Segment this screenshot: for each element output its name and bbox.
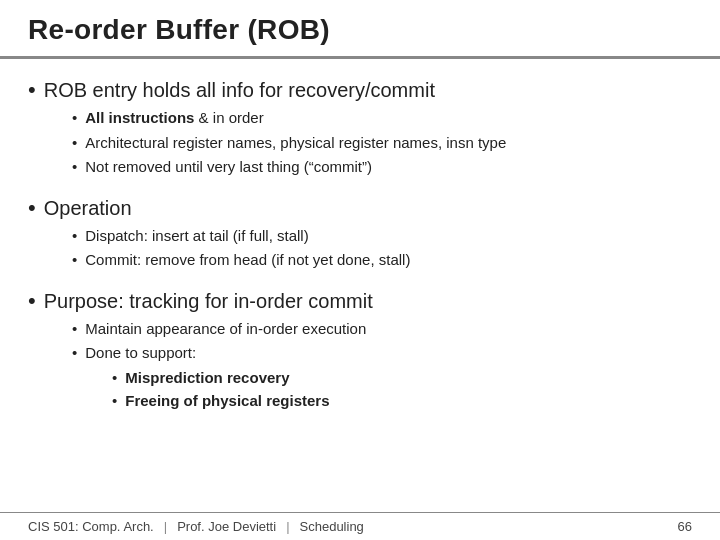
sub-bullet-maintain: • Maintain appearance of in-order execut… (72, 318, 692, 341)
sub-bullet-dot: • (72, 342, 77, 365)
main-bullet-operation: • Operation (28, 195, 692, 221)
sub-bullet-commit: • Commit: remove from head (if not yet d… (72, 249, 692, 272)
main-bullet-text: ROB entry holds all info for recovery/co… (44, 79, 435, 102)
footer-topic: Scheduling (300, 519, 364, 534)
sub-bullets-rob: • All instructions & in order • Architec… (72, 107, 692, 179)
sub-bullet-dispatch: • Dispatch: insert at tail (if full, sta… (72, 225, 692, 248)
sub-sub-bullet-freeing: • Freeing of physical registers (112, 390, 692, 413)
slide-footer: CIS 501: Comp. Arch. | Prof. Joe Deviett… (0, 512, 720, 540)
footer-instructor: Prof. Joe Devietti (177, 519, 276, 534)
sub-bullet-dot: • (72, 318, 77, 341)
slide-title: Re-order Buffer (ROB) (28, 14, 330, 45)
main-bullet-text: Purpose: tracking for in-order commit (44, 290, 373, 313)
sub-bullet-text: Dispatch: insert at tail (if full, stall… (85, 225, 308, 248)
main-bullet-dot: • (28, 195, 36, 221)
section-rob: • ROB entry holds all info for recovery/… (28, 71, 692, 179)
sub-bullet-3: • Not removed until very last thing (“co… (72, 156, 692, 179)
sub-bullet-dot: • (72, 107, 77, 130)
sub-bullet-dot: • (72, 156, 77, 179)
sub-bullet-text: Commit: remove from head (if not yet don… (85, 249, 410, 272)
section-operation: • Operation • Dispatch: insert at tail (… (28, 189, 692, 272)
sub-sub-bullet-text: Misprediction recovery (125, 367, 289, 390)
main-bullet-purpose: • Purpose: tracking for in-order commit (28, 288, 692, 314)
section-purpose: • Purpose: tracking for in-order commit … (28, 282, 692, 413)
footer-left: CIS 501: Comp. Arch. | Prof. Joe Deviett… (28, 519, 364, 534)
slide: Re-order Buffer (ROB) • ROB entry holds … (0, 0, 720, 540)
sub-sub-bullet-dot: • (112, 367, 117, 390)
sub-bullets-purpose: • Maintain appearance of in-order execut… (72, 318, 692, 413)
footer-page-number: 66 (678, 519, 692, 534)
sub-bullet-text: Architectural register names, physical r… (85, 132, 506, 155)
footer-sep-1: | (164, 519, 167, 534)
sub-bullet-dot: • (72, 249, 77, 272)
main-bullet-dot: • (28, 288, 36, 314)
slide-content: • ROB entry holds all info for recovery/… (0, 59, 720, 512)
sub-sub-bullet-misprediction: • Misprediction recovery (112, 367, 692, 390)
sub-bullet-2: • Architectural register names, physical… (72, 132, 692, 155)
sub-bullet-done-to: • Done to support: (72, 342, 692, 365)
sub-bullet-text: Not removed until very last thing (“comm… (85, 156, 372, 179)
main-bullet-text: Operation (44, 197, 132, 220)
title-bar: Re-order Buffer (ROB) (0, 0, 720, 59)
footer-course: CIS 501: Comp. Arch. (28, 519, 154, 534)
sub-bullet-text: Done to support: (85, 342, 196, 365)
sub-bullet-dot: • (72, 132, 77, 155)
main-bullet-rob: • ROB entry holds all info for recovery/… (28, 77, 692, 103)
sub-bullets-operation: • Dispatch: insert at tail (if full, sta… (72, 225, 692, 272)
sub-sub-bullet-text: Freeing of physical registers (125, 390, 329, 413)
sub-bullet-dot: • (72, 225, 77, 248)
sub-bullet-text: All instructions & in order (85, 107, 263, 130)
sub-bullet-text: Maintain appearance of in-order executio… (85, 318, 366, 341)
main-bullet-dot: • (28, 77, 36, 103)
sub-sub-bullets-purpose: • Misprediction recovery • Freeing of ph… (112, 367, 692, 413)
sub-sub-bullet-dot: • (112, 390, 117, 413)
footer-sep-2: | (286, 519, 289, 534)
sub-bullet-1: • All instructions & in order (72, 107, 692, 130)
